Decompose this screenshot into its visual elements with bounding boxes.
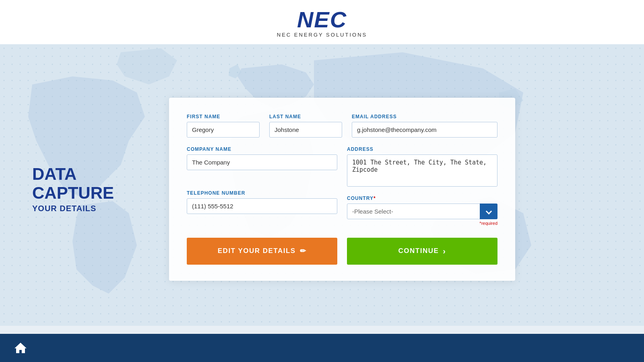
country-select[interactable]: -Please Select- United States United Kin… bbox=[347, 204, 497, 219]
country-select-wrapper: -Please Select- United States United Kin… bbox=[347, 204, 497, 219]
last-name-input[interactable] bbox=[269, 122, 342, 138]
continue-label: CONTINUE bbox=[398, 247, 439, 255]
telephone-group: TELEPHONE NUMBER bbox=[187, 190, 337, 226]
buttons-row: EDIT YOUR DETAILS ✏ CONTINUE › bbox=[187, 238, 497, 265]
form-row-1: FIRST NAME LAST NAME EMAIL ADDRESS bbox=[187, 114, 497, 138]
home-icon bbox=[14, 341, 27, 355]
footer bbox=[0, 334, 644, 362]
right-col: ADDRESS 1001 The Street, The City, The S… bbox=[347, 146, 497, 226]
country-group: COUNTRY* -Please Select- United States U… bbox=[347, 195, 497, 226]
company-group: COMPANY NAME bbox=[187, 146, 337, 182]
country-required-star: * bbox=[374, 195, 376, 201]
company-input[interactable] bbox=[187, 154, 337, 170]
address-input[interactable]: 1001 The Street, The City, The State, Zi… bbox=[347, 154, 497, 187]
form-row-2: COMPANY NAME TELEPHONE NUMBER ADDRESS 10… bbox=[187, 146, 497, 226]
header: NEC NEC ENERGY SOLUTIONS bbox=[0, 0, 644, 44]
address-label: ADDRESS bbox=[347, 146, 497, 152]
email-input[interactable] bbox=[352, 122, 497, 138]
left-content: DATA CAPTURE YOUR DETAILS bbox=[0, 165, 153, 213]
form-card: FIRST NAME LAST NAME EMAIL ADDRESS COMPA… bbox=[169, 98, 515, 281]
your-details-subtitle: YOUR DETAILS bbox=[32, 204, 153, 213]
last-name-group: LAST NAME bbox=[269, 114, 342, 138]
left-col: COMPANY NAME TELEPHONE NUMBER bbox=[187, 146, 337, 226]
svg-rect-3 bbox=[19, 350, 22, 353]
address-group: ADDRESS 1001 The Street, The City, The S… bbox=[347, 146, 497, 187]
edit-details-button[interactable]: EDIT YOUR DETAILS ✏ bbox=[187, 238, 337, 265]
home-button[interactable] bbox=[12, 339, 29, 356]
telephone-label: TELEPHONE NUMBER bbox=[187, 190, 337, 196]
last-name-label: LAST NAME bbox=[269, 114, 342, 119]
first-name-input[interactable] bbox=[187, 122, 260, 138]
logo-subtitle: NEC ENERGY SOLUTIONS bbox=[277, 32, 367, 38]
logo-container: NEC NEC ENERGY SOLUTIONS bbox=[277, 8, 367, 38]
continue-button[interactable]: CONTINUE › bbox=[347, 238, 497, 265]
pencil-icon: ✏ bbox=[300, 247, 307, 255]
telephone-input[interactable] bbox=[187, 198, 337, 214]
required-note: *required bbox=[347, 221, 497, 226]
first-name-label: FIRST NAME bbox=[187, 114, 260, 119]
email-group: EMAIL ADDRESS bbox=[352, 114, 497, 138]
company-label: COMPANY NAME bbox=[187, 146, 337, 152]
first-name-group: FIRST NAME bbox=[187, 114, 260, 138]
country-label: COUNTRY* bbox=[347, 195, 497, 201]
edit-details-label: EDIT YOUR DETAILS bbox=[218, 247, 296, 255]
main-area: DATA CAPTURE YOUR DETAILS FIRST NAME LAS… bbox=[0, 44, 644, 334]
chevron-right-icon: › bbox=[443, 247, 446, 256]
email-label: EMAIL ADDRESS bbox=[352, 114, 497, 119]
data-capture-title: DATA CAPTURE bbox=[32, 165, 153, 202]
logo-nec: NEC bbox=[297, 8, 347, 31]
